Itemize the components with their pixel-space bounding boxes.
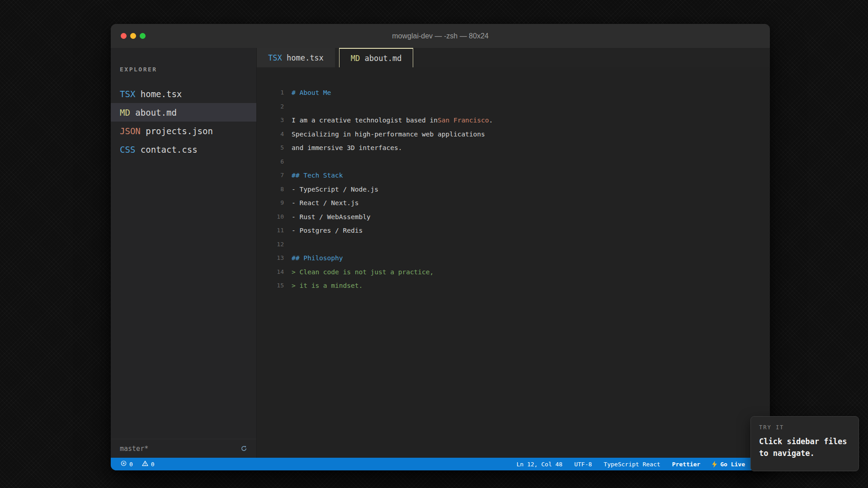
editor-line: 3I am a creative technologist based inSa… — [257, 113, 770, 127]
file-name: about.md — [135, 108, 177, 117]
line-number: 15 — [257, 279, 284, 293]
sidebar-item-projects.json[interactable]: JSON projects.json — [111, 122, 256, 140]
tab-home.tsx[interactable]: TSX home.tsx — [257, 48, 335, 67]
status-item-utf-8[interactable]: UTF-8 — [574, 461, 592, 468]
line-number: 9 — [257, 196, 284, 210]
code-text: - Postgres / Redis — [292, 224, 363, 238]
sidebar-item-contact.css[interactable]: CSS contact.css — [111, 140, 256, 159]
editor-window: mowglai-dev — -zsh — 80x24 EXPLORER TSX … — [111, 24, 770, 470]
code-text: - TypeScript / Node.js — [292, 183, 378, 197]
window-titlebar: mowglai-dev — -zsh — 80x24 — [111, 24, 770, 48]
code-text: - React / Next.js — [292, 196, 359, 210]
file-name: projects.json — [146, 126, 213, 136]
file-type-badge: JSON — [120, 126, 146, 136]
editor-line: 9- React / Next.js — [257, 196, 770, 210]
line-number: 3 — [257, 113, 284, 127]
status-item-ln-12-col-48[interactable]: Ln 12, Col 48 — [516, 461, 562, 468]
window-body: EXPLORER TSX home.tsxMD about.mdJSON pro… — [111, 48, 770, 458]
tab-bar: TSX home.tsxMD about.md — [257, 48, 770, 67]
status-right-group: Ln 12, Col 48UTF-8TypeScript ReactPretti… — [516, 461, 745, 468]
line-number: 1 — [257, 86, 284, 100]
sidebar-item-home.tsx[interactable]: TSX home.tsx — [111, 84, 256, 103]
line-number: 5 — [257, 141, 284, 155]
file-type-badge: TSX — [120, 89, 141, 99]
file-name: contact.css — [141, 145, 198, 155]
file-name: home.tsx — [141, 89, 182, 99]
code-text: - Rust / WebAssembly — [292, 210, 371, 224]
window-title: mowglai-dev — -zsh — 80x24 — [111, 32, 770, 40]
sidebar-item-about.md[interactable]: MD about.md — [111, 103, 256, 122]
code-text: ## Philosophy — [292, 251, 343, 265]
status-item-label: Prettier — [672, 461, 701, 468]
errors-indicator[interactable]: 0 — [121, 460, 133, 468]
line-number: 2 — [257, 100, 284, 114]
tooltip-label: TRY IT — [759, 424, 850, 431]
editor-line: 14> Clean code is not just a practice, — [257, 265, 770, 279]
line-number: 14 — [257, 265, 284, 279]
status-item-go-live[interactable]: Go Live — [712, 461, 745, 468]
editor-line: 13## Philosophy — [257, 251, 770, 265]
tab-label: about.md — [365, 54, 402, 63]
tooltip-text: Click sidebar files to navigate. — [759, 436, 850, 460]
editor-line: 10- Rust / WebAssembly — [257, 210, 770, 224]
status-item-label: UTF-8 — [574, 461, 592, 468]
lightning-bolt-icon — [712, 461, 717, 468]
line-number: 10 — [257, 210, 284, 224]
warnings-count: 0 — [151, 461, 155, 468]
line-number: 12 — [257, 238, 284, 252]
errors-count: 0 — [129, 461, 133, 468]
editor-line: 15> it is a mindset. — [257, 279, 770, 293]
file-type-badge: MD — [120, 108, 135, 117]
status-bar: 0 0 Ln 12, Col 48UTF-8TypeScript ReactPr… — [111, 458, 770, 470]
editor-line: 1# About Me — [257, 86, 770, 100]
editor-line: 12 — [257, 238, 770, 252]
sync-icon[interactable] — [241, 445, 247, 452]
editor-line: 2 — [257, 100, 770, 114]
editor-line: 5and immersive 3D interfaces. — [257, 141, 770, 155]
explorer-header: EXPLORER — [120, 66, 256, 73]
editor-line: 6 — [257, 155, 770, 169]
line-number: 7 — [257, 169, 284, 183]
editor-main: TSX home.tsxMD about.md 1# About Me23I a… — [257, 48, 770, 458]
error-icon — [121, 460, 127, 468]
code-text: # About Me — [292, 86, 331, 100]
warnings-indicator[interactable]: 0 — [142, 460, 155, 468]
sidebar-footer: master* — [111, 439, 256, 458]
code-text: I am a creative technologist based inSan… — [292, 113, 493, 127]
status-item-label: TypeScript React — [604, 461, 660, 468]
status-item-typescript-react[interactable]: TypeScript React — [604, 461, 660, 468]
code-text: > Clean code is not just a practice, — [292, 265, 434, 279]
code-text: > it is a mindset. — [292, 279, 363, 293]
tab-label: home.tsx — [287, 53, 324, 62]
editor-line: 8- TypeScript / Node.js — [257, 183, 770, 197]
desktop-background: mowglai-dev — -zsh — 80x24 EXPLORER TSX … — [0, 0, 868, 488]
status-item-label: Ln 12, Col 48 — [516, 461, 562, 468]
file-type-badge: CSS — [120, 145, 141, 155]
file-type-badge: MD — [351, 54, 365, 63]
line-number: 11 — [257, 224, 284, 238]
line-number: 13 — [257, 251, 284, 265]
file-type-badge: TSX — [268, 53, 287, 62]
editor-line: 7## Tech Stack — [257, 169, 770, 183]
warning-icon — [142, 460, 148, 468]
line-number: 6 — [257, 155, 284, 169]
code-text: and immersive 3D interfaces. — [292, 141, 402, 155]
status-item-prettier[interactable]: Prettier — [672, 461, 701, 468]
editor-line: 11- Postgres / Redis — [257, 224, 770, 238]
code-text: Specializing in high-performance web app… — [292, 127, 485, 141]
sidebar: EXPLORER TSX home.tsxMD about.mdJSON pro… — [111, 48, 257, 458]
tab-about.md[interactable]: MD about.md — [339, 48, 414, 67]
code-text: ## Tech Stack — [292, 169, 343, 183]
line-number: 8 — [257, 183, 284, 197]
editor-line: 4Specializing in high-performance web ap… — [257, 127, 770, 141]
status-problems[interactable]: 0 0 — [121, 460, 155, 468]
git-branch-label[interactable]: master* — [120, 445, 148, 453]
line-number: 4 — [257, 127, 284, 141]
status-item-label: Go Live — [720, 461, 745, 468]
file-list: TSX home.tsxMD about.mdJSON projects.jso… — [111, 84, 256, 159]
try-it-tooltip: TRY IT Click sidebar files to navigate. — [750, 416, 859, 471]
editor-pane[interactable]: 1# About Me23I am a creative technologis… — [257, 67, 770, 458]
